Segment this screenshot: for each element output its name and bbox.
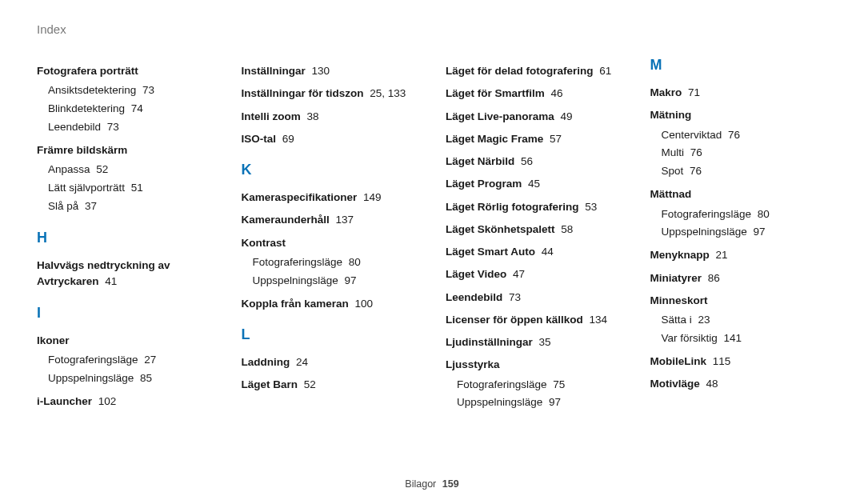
index-subentry: Slå på 37 [48, 198, 214, 215]
index-subentry-label: Centerviktad [662, 129, 722, 141]
index-entry-label: Laddning [242, 356, 290, 368]
index-entry-label: Läget för Smartfilm [446, 87, 545, 99]
index-subentry-label: Ansiktsdetektering [48, 84, 136, 96]
index-entry: Kameraspecifikationer 149 [242, 190, 419, 206]
index-entry-label: Makro [650, 86, 682, 98]
index-subentry-page: 80 [346, 256, 361, 268]
index-entry-label: Läget Video [446, 268, 506, 280]
index-entry-page: 25, 133 [367, 87, 406, 99]
index-entry: Ljusstyrka [446, 357, 623, 373]
index-entry-page: 73 [506, 291, 521, 303]
index-subentry-label: Fotograferingsläge [662, 208, 752, 220]
index-entry: Mätning [650, 107, 828, 123]
index-entry-page: 58 [558, 223, 574, 235]
index-entry-label: Läget Live-panorama [446, 110, 554, 122]
index-entry-page: 149 [360, 191, 381, 203]
index-subentry: Spot 76 [662, 163, 828, 180]
index-entry: Främre bildskärm [37, 142, 214, 158]
index-subentry: Fotograferingsläge 75 [457, 377, 623, 394]
index-subentry-page: 75 [550, 378, 566, 390]
index-entry: Läget Live-panorama 49 [446, 109, 623, 125]
index-entry-label: Miniatyrer [650, 272, 702, 284]
index-entry-page: 71 [685, 86, 700, 98]
index-entry-page: 48 [703, 378, 718, 390]
index-entry-label: Intelli zoom [242, 110, 301, 122]
index-subentry: Blinkdetektering 74 [48, 101, 214, 118]
index-subentry-label: Sätta i [662, 314, 692, 326]
index-entry-label: Kameraunderhåll [242, 214, 330, 226]
index-entry: Läget för delad fotografering 61 [446, 63, 623, 79]
index-entry: Inställningar för tidszon 25, 133 [242, 86, 419, 102]
index-entry-label: Läget Program [446, 178, 522, 190]
index-subentry: Anpassa 52 [48, 162, 214, 178]
footer-page-number: 159 [442, 478, 459, 490]
index-entry-label: Läget Magic Frame [446, 133, 543, 145]
index-entry-label: Inställningar [242, 65, 306, 77]
index-entry-label: Ikoner [37, 334, 70, 346]
index-entry-page: 130 [309, 65, 330, 77]
index-entry-label: Läget Smart Auto [446, 246, 535, 258]
index-entry-page: 47 [510, 268, 525, 280]
index-subentry: Sätta i 23 [662, 312, 828, 329]
index-column: Läget för delad fotografering 61Läget fö… [446, 57, 623, 413]
index-entry-label: Fotografera porträtt [37, 65, 138, 77]
index-subentry: Multi 76 [662, 145, 828, 162]
index-entry: i-Launcher 102 [37, 394, 214, 410]
index-letter-heading: H [37, 230, 214, 246]
index-entry-label: Mättnad [650, 188, 692, 200]
index-entry: Makro 71 [650, 85, 828, 101]
index-entry: Fotografera porträtt [37, 63, 214, 79]
index-subentry: Lätt självporträtt 51 [48, 180, 214, 197]
index-subentry: Centerviktad 76 [662, 127, 828, 144]
index-entry: Minneskort [650, 293, 828, 309]
index-entry: Menyknapp 21 [650, 247, 828, 263]
index-entry-page: 69 [279, 133, 294, 145]
index-subentry-page: 73 [139, 84, 154, 96]
index-entry: Ikoner [37, 333, 214, 349]
index-entry-label: i-Launcher [37, 395, 92, 407]
index-subentry: Fotograferingsläge 80 [662, 206, 828, 223]
index-column: Inställningar 130Inställningar för tidsz… [242, 57, 419, 413]
index-subentry-page: 52 [94, 163, 109, 175]
index-entry-label: Leendebild [446, 291, 502, 303]
index-subentry-page: 27 [142, 354, 157, 366]
index-subentry-page: 73 [104, 121, 119, 133]
index-subentry-label: Leendebild [48, 121, 101, 133]
index-entry-page: 46 [548, 87, 563, 99]
index-entry: Läget Skönhetspalett 58 [446, 222, 623, 238]
index-entry: Läget Smart Auto 44 [446, 244, 623, 260]
index-subentry-page: 51 [128, 182, 143, 194]
index-entry-label: Minneskort [650, 294, 708, 306]
index-subentry-label: Var försiktig [662, 332, 718, 344]
index-column: MMakro 71MätningCenterviktad 76Multi 76S… [650, 57, 828, 413]
index-subentry-page: 76 [686, 165, 702, 177]
index-entry-page: 21 [713, 249, 728, 261]
index-entry: Mättnad [650, 186, 828, 202]
index-entry: Läget Video 47 [446, 266, 623, 282]
index-entry-label: Kontrast [242, 237, 286, 249]
index-entry-label: MobileLink [650, 355, 707, 367]
index-entry-page: 137 [333, 214, 354, 226]
index-entry-page: 61 [597, 65, 612, 77]
index-column: Fotografera porträttAnsiktsdetektering 7… [37, 57, 214, 413]
index-subentry-label: Multi [662, 146, 685, 158]
index-subentry-page: 85 [137, 372, 152, 384]
index-entry-page: 115 [710, 355, 730, 367]
index-entry: Inställningar 130 [242, 63, 419, 79]
index-entry-label: Läget Närbild [446, 155, 514, 167]
index-entry: Motivläge 48 [650, 376, 828, 392]
index-subentry: Leendebild 73 [48, 119, 214, 136]
index-entry-label: ISO-tal [242, 133, 277, 145]
index-subentry: Var försiktig 141 [662, 330, 828, 347]
index-letter-heading: L [242, 326, 419, 343]
index-subentry: Uppspelningsläge 97 [253, 273, 419, 290]
index-entry: Läget Magic Frame 57 [446, 131, 623, 147]
index-entry: MobileLink 115 [650, 354, 828, 370]
index-letter-heading: I [37, 305, 214, 322]
index-entry: Läget Närbild 56 [446, 154, 623, 170]
index-entry-page: 57 [546, 133, 562, 145]
index-subentry: Uppspelningsläge 97 [662, 224, 828, 241]
index-entry-page: 35 [536, 336, 551, 348]
index-subentry-label: Uppspelningsläge [253, 274, 338, 286]
index-entry-page: 134 [586, 314, 607, 326]
